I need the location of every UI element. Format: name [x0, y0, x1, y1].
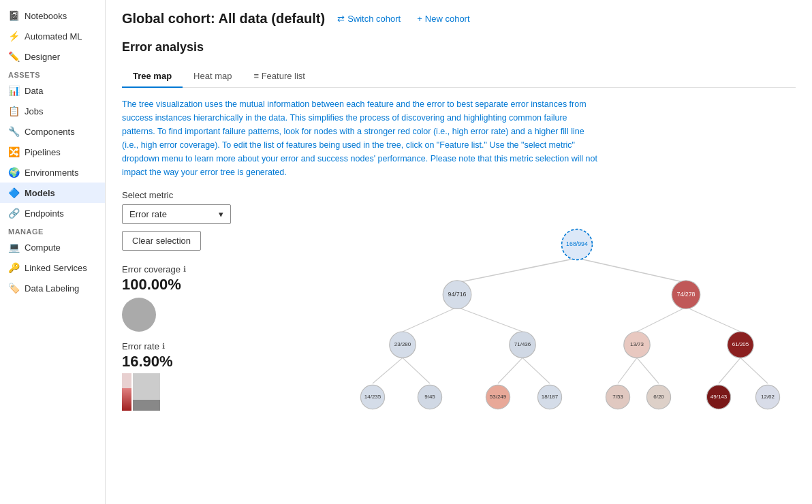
sidebar-item-label-data-labeling: Data Labeling: [25, 283, 79, 294]
info-icon-2: ℹ: [162, 342, 165, 351]
sidebar-item-label-environments: Environments: [25, 168, 78, 178]
svg-line-6: [373, 358, 403, 383]
node-l2-0-label: 23/280: [394, 341, 411, 347]
sidebar-item-pipelines[interactable]: 🔀Pipelines: [0, 142, 105, 162]
sidebar-item-data[interactable]: 📊Data: [0, 80, 105, 101]
page-header: Global cohort: All data (default) ⇄ Swit…: [122, 11, 796, 27]
node-l2-3-label: 61/205: [732, 341, 749, 347]
error-rate-value: 16.90%: [122, 353, 272, 371]
sidebar-item-label-compute: Compute: [25, 242, 61, 253]
sidebar-item-label-data: Data: [25, 86, 43, 96]
sidebar-item-label-components: Components: [25, 127, 75, 137]
svg-line-1: [577, 258, 686, 283]
pipelines-icon: 🔀: [8, 146, 19, 157]
sidebar-section-assets: Assets: [0, 67, 105, 80]
svg-line-13: [740, 358, 768, 383]
sidebar-item-automated-ml[interactable]: ⚡Automated ML: [0, 26, 105, 46]
sidebar-item-label-automated-ml: Automated ML: [25, 31, 82, 42]
root-node-label: 168/994: [566, 240, 588, 247]
sidebar-item-data-labeling[interactable]: 🏷️Data Labeling: [0, 278, 105, 298]
left-panel: Select metric Error rate ▾ Clear selecti…: [122, 190, 272, 464]
sidebar-item-label-designer: Designer: [25, 52, 60, 62]
node-l3-2-label: 53/249: [490, 394, 507, 400]
components-icon: 🔧: [8, 126, 19, 137]
bar-gray: [133, 373, 160, 411]
node-l3-5-label: 6/20: [653, 394, 664, 400]
sidebar-item-label-linked-services: Linked Services: [25, 263, 87, 273]
node-l2-2-label: 13/73: [630, 341, 644, 347]
sidebar-item-models[interactable]: 🔷Models: [0, 183, 105, 203]
svg-line-7: [403, 358, 430, 383]
error-rate-label: Error rate ℹ: [122, 341, 272, 351]
metric-select-dropdown[interactable]: Error rate ▾: [122, 204, 231, 224]
error-coverage-label: Error coverage ℹ: [122, 264, 272, 274]
sidebar-item-notebooks[interactable]: 📓Notebooks: [0, 5, 105, 26]
tree-visualization: 168/994 94/716 74/278 23/280 71/436 13/7…: [272, 190, 796, 464]
sidebar-item-components[interactable]: 🔧Components: [0, 121, 105, 142]
error-coverage-circle: [122, 298, 156, 332]
endpoints-icon: 🔗: [8, 208, 19, 219]
notebooks-icon: 📓: [8, 10, 19, 21]
svg-line-11: [637, 358, 659, 383]
sidebar-item-compute[interactable]: 💻Compute: [0, 237, 105, 257]
tree-svg: 168/994 94/716 74/278 23/280 71/436 13/7…: [272, 190, 796, 462]
node-l1-0-label: 94/716: [448, 291, 467, 298]
node-l2-1-label: 71/436: [514, 341, 531, 347]
plus-icon: +: [417, 14, 422, 24]
tabs-container: Tree map Heat map ≡ Feature list: [122, 65, 796, 88]
node-l3-6-label: 49/143: [710, 394, 728, 400]
tab-tree-map[interactable]: Tree map: [122, 65, 183, 88]
sidebar-item-linked-services[interactable]: 🔑Linked Services: [0, 257, 105, 278]
clear-selection-button[interactable]: Clear selection: [122, 231, 201, 251]
tab-heat-map[interactable]: Heat map: [183, 65, 243, 88]
chevron-down-icon: ▾: [219, 209, 223, 219]
svg-line-10: [618, 358, 637, 383]
sidebar-item-endpoints[interactable]: 🔗Endpoints: [0, 203, 105, 223]
environments-icon: 🌍: [8, 167, 19, 178]
tab-feature-list[interactable]: ≡ Feature list: [243, 65, 316, 88]
error-coverage-value: 100.00%: [122, 276, 272, 294]
new-cohort-button[interactable]: + New cohort: [413, 12, 473, 25]
main-content: Global cohort: All data (default) ⇄ Swit…: [106, 0, 812, 504]
sidebar-item-designer[interactable]: ✏️Designer: [0, 46, 105, 67]
designer-icon: ✏️: [8, 51, 19, 62]
bar-red: [122, 373, 131, 411]
node-l1-1-label: 74/278: [677, 291, 696, 298]
content-area: Select metric Error rate ▾ Clear selecti…: [122, 190, 796, 464]
info-icon: ℹ: [183, 265, 186, 274]
data-icon: 📊: [8, 85, 19, 96]
models-icon: 🔷: [8, 187, 19, 198]
svg-line-3: [457, 307, 522, 332]
sidebar-item-label-endpoints: Endpoints: [25, 208, 64, 219]
svg-line-5: [686, 307, 740, 332]
page-title: Global cohort: All data (default): [122, 11, 325, 27]
node-l3-4-label: 7/53: [612, 394, 623, 400]
sidebar-item-label-jobs: Jobs: [25, 106, 43, 116]
data-labeling-icon: 🏷️: [8, 283, 19, 294]
switch-icon: ⇄: [337, 14, 345, 24]
compute-icon: 💻: [8, 242, 19, 253]
sidebar-item-label-models: Models: [25, 188, 55, 198]
node-l3-3-label: 18/187: [542, 394, 559, 400]
jobs-icon: 📋: [8, 106, 19, 116]
svg-line-2: [403, 307, 457, 332]
node-l3-7-label: 12/62: [761, 394, 775, 400]
sidebar-section-manage: Manage: [0, 223, 105, 237]
sidebar-item-jobs[interactable]: 📋Jobs: [0, 101, 105, 121]
switch-cohort-button[interactable]: ⇄ Switch cohort: [333, 12, 405, 25]
automated-ml-icon: ⚡: [8, 31, 19, 42]
svg-line-4: [637, 307, 686, 332]
linked-services-icon: 🔑: [8, 262, 19, 273]
error-rate-bars: [122, 373, 272, 411]
select-metric-label: Select metric: [122, 190, 272, 200]
error-rate-block: Error rate ℹ 16.90%: [122, 341, 272, 411]
error-analysis-title: Error analysis: [122, 40, 796, 54]
svg-line-0: [457, 258, 577, 283]
feature-list-icon: ≡: [253, 71, 261, 81]
sidebar-item-environments[interactable]: 🌍Environments: [0, 162, 105, 183]
node-l3-1-label: 9/45: [424, 394, 435, 400]
sidebar-item-label-notebooks: Notebooks: [25, 11, 67, 21]
sidebar-item-label-pipelines: Pipelines: [25, 147, 61, 157]
svg-line-9: [522, 358, 550, 383]
tree-description: The tree visualization uses the mutual i…: [122, 97, 599, 179]
